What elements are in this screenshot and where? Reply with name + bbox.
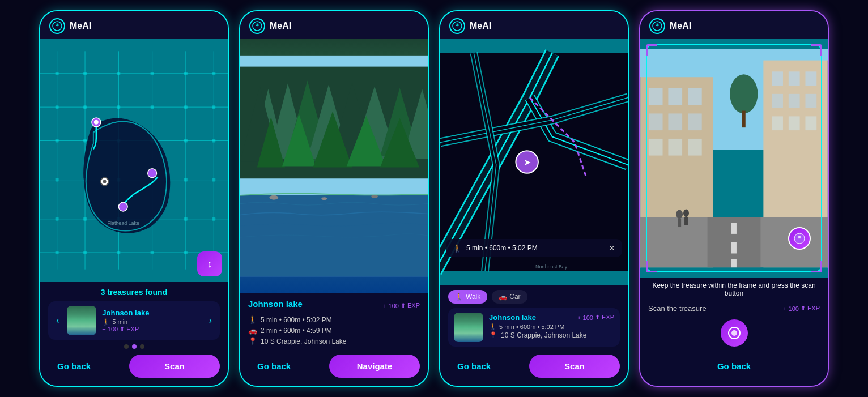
svg-rect-47 xyxy=(56,251,59,254)
button-row-3: Go back Scan xyxy=(448,355,620,378)
svg-text:Northeast Bay: Northeast Bay xyxy=(535,264,568,270)
walk-tab-3[interactable]: 🚶 Walk xyxy=(448,290,487,304)
walk-icon-2: 🚶 xyxy=(248,315,257,324)
svg-rect-34 xyxy=(212,139,215,142)
arrow-left-1[interactable]: ‹ xyxy=(54,313,61,328)
dot-2 xyxy=(132,344,137,349)
dot-indicators-1 xyxy=(48,344,220,349)
exp-badge-4: + 100 ⬆ EXP xyxy=(783,305,820,312)
svg-rect-25 xyxy=(117,105,120,109)
scan-circle-button-4[interactable] xyxy=(721,319,748,347)
car-icon-2: 🚗 xyxy=(248,326,257,335)
svg-rect-113 xyxy=(772,94,783,108)
header-title-1: MeAI xyxy=(70,21,91,31)
treasure-address-3: 📍10 S Crappie, Johnson Lake xyxy=(489,331,614,339)
go-back-button-3[interactable]: Go back xyxy=(448,355,500,378)
svg-rect-114 xyxy=(789,94,800,108)
svg-rect-123 xyxy=(731,223,737,234)
svg-rect-107 xyxy=(688,139,702,156)
svg-rect-125 xyxy=(731,259,737,267)
svg-rect-48 xyxy=(83,251,87,254)
fab-navigate-1[interactable]: ↕ xyxy=(197,251,222,276)
treasure-card-3[interactable]: Johnson lake + 100 ⬆ EXP 🚶5 min • 600m •… xyxy=(448,308,620,347)
svg-rect-39 xyxy=(184,178,188,182)
svg-rect-40 xyxy=(212,178,215,182)
navigate-button-2[interactable]: Navigate xyxy=(329,355,420,378)
logo-icon-2 xyxy=(249,18,265,34)
logo-icon-3 xyxy=(449,18,465,34)
treasure-info-3: Johnson lake + 100 ⬆ EXP 🚶5 min • 600m •… xyxy=(489,313,614,341)
scan-treasure-row-4: Scan the treasure + 100 ⬆ EXP xyxy=(640,301,828,316)
svg-point-55 xyxy=(94,120,99,125)
go-back-button-4[interactable]: Go back xyxy=(708,355,760,378)
bottom-panel-2: Go back Navigate xyxy=(240,351,428,386)
nav-bottom-3: 🚶 Walk 🚗 Car Johnson lake + 100 ⬆ EXP xyxy=(440,285,628,352)
walk-icon-dir: 🚶 xyxy=(453,244,462,253)
header-title-2: MeAI xyxy=(270,21,291,31)
nav-thumbnail-3 xyxy=(454,313,483,342)
scan-btn-container-4 xyxy=(640,316,828,352)
exp-badge-2: + 100 ⬆ EXP xyxy=(383,302,420,309)
button-row-1: Go back Scan xyxy=(48,355,220,378)
direction-banner-3: 🚶 5 min • 600m • 5:02 PM ✕ xyxy=(446,239,622,257)
scan-button-1[interactable]: Scan xyxy=(129,355,220,378)
svg-point-87 xyxy=(458,24,458,25)
dot-3 xyxy=(140,344,144,349)
button-row-4: Go back xyxy=(648,355,820,378)
svg-point-81 xyxy=(269,195,278,200)
lake-photo xyxy=(240,39,428,293)
svg-point-59 xyxy=(103,180,107,183)
go-back-button-2[interactable]: Go back xyxy=(248,355,300,378)
svg-rect-118 xyxy=(805,116,816,130)
svg-rect-103 xyxy=(668,113,682,130)
exp-badge-1: + 100 ⬆ EXP xyxy=(102,326,201,333)
go-back-button-1[interactable]: Go back xyxy=(48,355,100,378)
svg-rect-120 xyxy=(742,111,746,128)
header-1: MeAI xyxy=(40,11,228,39)
treasure-thumbnail-1 xyxy=(67,306,96,335)
phone-screen-4: MeAI xyxy=(639,10,829,387)
svg-point-133 xyxy=(800,237,801,237)
svg-rect-19 xyxy=(117,72,120,75)
phone-screen-2: MeAI xyxy=(239,10,429,387)
header-3: MeAI xyxy=(440,11,628,39)
lake-photo-area xyxy=(240,39,428,293)
svg-rect-99 xyxy=(649,88,663,105)
treasure-walk-1: 🚶5 min xyxy=(102,318,201,326)
location-name-2: Johnson lake xyxy=(248,299,303,309)
svg-point-94 xyxy=(656,24,656,25)
svg-rect-42 xyxy=(83,217,87,221)
walk-tab-icon-3: 🚶 xyxy=(455,293,463,301)
close-direction-3[interactable]: ✕ xyxy=(609,244,615,253)
mode-tabs-3: 🚶 Walk 🚗 Car xyxy=(448,290,620,304)
svg-point-56 xyxy=(148,169,157,178)
svg-rect-26 xyxy=(151,105,154,109)
svg-point-135 xyxy=(731,330,737,336)
bottom-panel-1: 3 treasures found ‹ Johnson lake 🚶5 min … xyxy=(40,282,228,386)
svg-rect-111 xyxy=(789,71,800,86)
photo-info-2: Johnson lake + 100 ⬆ EXP 🚶 5 min • 600m … xyxy=(240,293,428,351)
svg-point-3 xyxy=(58,24,58,25)
svg-point-126 xyxy=(676,210,683,219)
svg-text:Flathead Lake: Flathead Lake xyxy=(108,220,139,226)
header-title-3: MeAI xyxy=(470,21,491,31)
car-tab-3[interactable]: 🚗 Car xyxy=(492,290,527,304)
svg-rect-23 xyxy=(56,105,59,109)
scan-button-3[interactable]: Scan xyxy=(529,355,620,378)
header-2: MeAI xyxy=(240,11,428,39)
phone-screen-1: MeAI xyxy=(39,10,229,387)
phone-screen-3: MeAI Northeast Bay ➤ xyxy=(439,10,629,387)
svg-rect-29 xyxy=(56,139,59,142)
scan-treasure-label-4: Scan the treasure xyxy=(648,304,707,313)
dot-1 xyxy=(124,344,129,349)
svg-point-63 xyxy=(258,24,258,25)
svg-rect-17 xyxy=(56,72,59,75)
svg-rect-100 xyxy=(668,88,682,105)
svg-rect-30 xyxy=(83,139,87,142)
map-area-1[interactable]: Flathead Lake ↕ xyxy=(40,39,228,282)
svg-rect-28 xyxy=(212,105,215,109)
treasure-card-1[interactable]: ‹ Johnson lake 🚶5 min + 100 ⬆ EXP › xyxy=(48,301,220,340)
svg-rect-24 xyxy=(83,105,87,109)
nav-map-area-3[interactable]: Northeast Bay ➤ 🚶 5 min • 600m • 5:02 PM… xyxy=(440,39,628,285)
arrow-right-1[interactable]: › xyxy=(207,313,214,328)
